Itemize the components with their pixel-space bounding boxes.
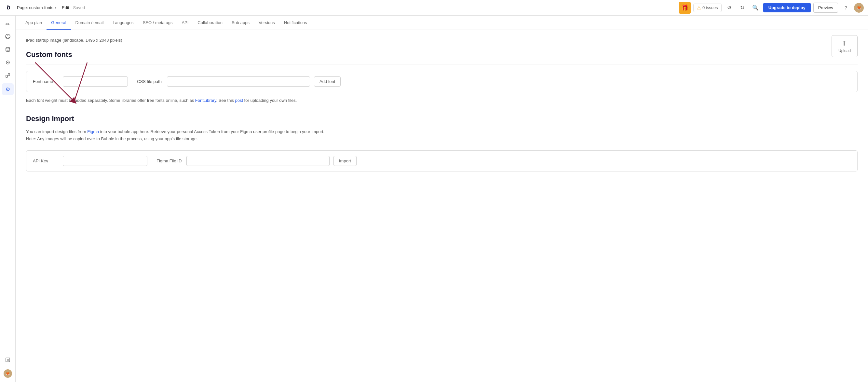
preview-button[interactable]: Preview — [813, 3, 838, 13]
api-key-label: API Key — [33, 158, 59, 163]
css-path-input[interactable] — [167, 76, 310, 87]
tab-api[interactable]: API — [177, 16, 193, 30]
logs-icon — [5, 357, 11, 364]
undo-button[interactable]: ↺ — [724, 3, 735, 13]
help-button[interactable]: ? — [841, 3, 851, 13]
deploy-button[interactable]: Upgrade to deploy — [763, 3, 811, 12]
svg-rect-9 — [6, 358, 10, 362]
api-key-input[interactable] — [63, 156, 147, 166]
svg-point-2 — [6, 37, 7, 38]
css-path-label: CSS file path — [137, 79, 163, 84]
tab-languages[interactable]: Languages — [108, 16, 138, 30]
sidebar-item-styles[interactable] — [2, 57, 14, 69]
sidebar: ✏ ⚙ — [0, 15, 16, 382]
font-form-row: Font name CSS file path Add font — [26, 71, 858, 92]
info-text-3: for uploading your own files. — [243, 98, 297, 103]
plugin-icon — [5, 72, 11, 80]
svg-point-1 — [7, 35, 8, 36]
edit-label: Edit — [62, 5, 69, 10]
figma-file-label: Figma File ID — [156, 158, 183, 163]
design-import-text-1: You can import design files from — [26, 129, 87, 134]
warning-icon: ⚠ — [697, 5, 701, 10]
figma-file-input[interactable] — [186, 156, 330, 166]
svg-point-6 — [7, 62, 8, 63]
chevron-down-icon: ▾ — [55, 5, 57, 10]
topbar: b Page: custom-fonts ▾ Edit Saved 🎁 ⚠ 0 … — [0, 0, 868, 15]
sidebar-item-settings[interactable]: ⚙ — [2, 83, 14, 95]
upload-label: Upload — [838, 49, 851, 53]
section-divider — [26, 64, 858, 64]
tab-seo-metatags[interactable]: SEO / metatags — [138, 16, 177, 30]
page-name: Page: custom-fonts — [17, 5, 53, 10]
figma-link[interactable]: Figma — [87, 129, 99, 134]
workflow-icon — [5, 33, 11, 41]
search-button[interactable]: 🔍 — [750, 3, 761, 13]
import-button[interactable]: Import — [334, 156, 356, 166]
main-layout: ✏ ⚙ — [0, 15, 868, 382]
content-area: App plan General Domain / email Language… — [16, 15, 868, 382]
tab-collaboration[interactable]: Collaboration — [193, 16, 227, 30]
tab-domain-email[interactable]: Domain / email — [71, 16, 108, 30]
sidebar-item-plugins[interactable] — [2, 70, 14, 82]
upload-container: ⬆ Upload — [832, 35, 858, 57]
design-import-description: You can import design files from Figma i… — [26, 128, 858, 142]
tab-versions[interactable]: Versions — [254, 16, 279, 30]
svg-point-4 — [6, 47, 10, 49]
sidebar-item-profile[interactable]: 🦊 — [2, 368, 14, 379]
post-link[interactable]: post — [235, 98, 243, 103]
font-library-link[interactable]: FontLibrary — [195, 98, 216, 103]
font-name-label: Font name — [33, 79, 59, 84]
sidebar-item-workflow[interactable] — [2, 31, 14, 43]
custom-fonts-heading: Custom fonts — [26, 51, 858, 59]
redo-button[interactable]: ↻ — [737, 3, 748, 13]
page-selector[interactable]: Page: custom-fonts ▾ — [17, 5, 57, 10]
avatar[interactable]: 🦊 — [854, 3, 864, 13]
ipad-notice: iPad startup image (landscape, 1496 x 20… — [26, 38, 858, 43]
svg-point-3 — [8, 37, 9, 38]
sidebar-item-logs[interactable] — [2, 355, 14, 367]
info-text-2: . See this — [216, 98, 235, 103]
tab-sub-apps[interactable]: Sub apps — [227, 16, 254, 30]
add-font-button[interactable]: Add font — [314, 76, 341, 87]
design-import-heading: Design Import — [26, 115, 858, 123]
logo: b — [4, 3, 13, 12]
upload-button[interactable]: ⬆ Upload — [832, 35, 858, 57]
tab-app-plan[interactable]: App plan — [21, 16, 46, 30]
issues-button[interactable]: ⚠ 0 issues — [693, 4, 722, 12]
svg-rect-7 — [6, 75, 7, 77]
upload-icon: ⬆ — [842, 39, 847, 47]
issues-count: 0 issues — [703, 5, 718, 10]
page-content: ⬆ Upload iPad startup image (landscape, … — [16, 30, 868, 382]
styles-icon — [5, 60, 11, 67]
pencil-icon: ✏ — [5, 21, 10, 27]
saved-status: Saved — [73, 5, 85, 10]
tab-notifications[interactable]: Notifications — [279, 16, 312, 30]
design-import-text-3: Note: Any images will be copied over to … — [26, 136, 198, 141]
sidebar-item-design[interactable]: ✏ — [2, 18, 14, 30]
tab-general[interactable]: General — [46, 16, 71, 30]
nav-tabs: App plan General Domain / email Language… — [16, 15, 868, 30]
database-icon — [5, 46, 11, 54]
figma-form-row: API Key Figma File ID Import — [26, 150, 858, 171]
font-name-input[interactable] — [63, 76, 128, 87]
sidebar-item-data[interactable] — [2, 44, 14, 56]
gift-button[interactable]: 🎁 — [679, 2, 691, 14]
design-import-text-2: into your bubble app here. Retrieve your… — [99, 129, 324, 134]
font-info-text: Each font weight must be added separatel… — [26, 97, 858, 104]
svg-rect-8 — [8, 73, 10, 76]
gear-icon: ⚙ — [5, 86, 10, 92]
info-text-1: Each font weight must be added separatel… — [26, 98, 195, 103]
